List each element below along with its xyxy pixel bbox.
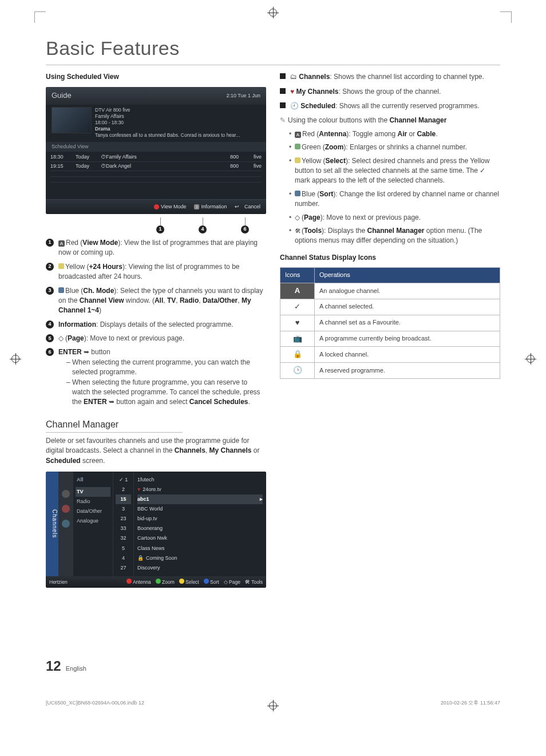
cancel-button: ↩ Cancel	[235, 203, 260, 211]
registration-mark	[269, 9, 277, 17]
num-badge: 4	[46, 320, 54, 328]
yellow-dot-icon	[179, 579, 184, 584]
text: Yellow (	[65, 263, 89, 271]
text: ,	[163, 296, 167, 304]
num: 32	[116, 533, 131, 543]
updown-icon	[58, 334, 65, 342]
text-bold: ENTER	[58, 348, 82, 356]
ch-name: Boonerang	[137, 525, 163, 532]
guide-day: Today	[76, 163, 95, 170]
text: or	[252, 446, 260, 454]
callout-pointers: 1 4 6	[46, 217, 266, 233]
text: window. (	[124, 296, 155, 304]
check-icon: ✓	[480, 167, 485, 175]
section-heading: Using Scheduled View	[46, 72, 266, 82]
op-cell: An analogue channel.	[315, 283, 500, 299]
text: mark appears to the left of the selected…	[295, 176, 445, 184]
text: ): Displays the	[322, 227, 367, 235]
num: 1	[125, 477, 128, 482]
clock-icon: 🕘	[290, 102, 300, 110]
guide-time: 19:15	[50, 163, 70, 170]
list-item: 6 ENTER ➥ button – When selecting the cu…	[46, 347, 266, 407]
num-badge: 5	[46, 334, 54, 342]
bar-label: Information	[201, 203, 227, 211]
guide-row-empty	[50, 182, 262, 188]
ch-name: Discovery	[137, 564, 160, 572]
text: )	[99, 306, 101, 314]
guide-meta-desc: Tanya confesses all to a stunned Babs. C…	[95, 132, 240, 138]
th-icons: Icons	[280, 268, 315, 283]
text-bold: ENTER	[84, 398, 107, 406]
guide-row-empty	[50, 171, 262, 176]
tools-icon	[295, 227, 302, 235]
num-badge: 1	[46, 239, 54, 247]
guide-meta-line: Drama	[95, 126, 240, 132]
text-bold: Scheduled	[300, 102, 335, 110]
heart-icon	[62, 505, 70, 513]
status-heading: Channel Status Display Icons	[280, 253, 500, 263]
foot-label: Hertzien	[49, 579, 68, 585]
antenna-icon	[62, 490, 70, 498]
foot-item: Select	[185, 579, 199, 585]
text-bold: Page	[68, 334, 84, 342]
text: ,	[199, 296, 203, 304]
list-item: (Tools): Displays the Channel Manager op…	[289, 226, 500, 246]
text: ,	[238, 296, 242, 304]
folder-icon: 🗂	[290, 73, 299, 81]
text-bold: Channel Manager	[389, 116, 446, 124]
text-bold: Radio	[180, 296, 199, 304]
ch-name: Coming Soon	[146, 555, 177, 562]
list-item: Yellow (Select): Select desired channels…	[289, 156, 500, 186]
text-bold: +24 Hours	[89, 263, 122, 271]
bullet-item: ♥ My Channels: Shows the group of the ch…	[280, 87, 500, 97]
guide-thumbnail	[52, 107, 92, 133]
cat-item: TV	[76, 487, 110, 497]
bullet-item: 🕘 Scheduled: Shows all the currently res…	[280, 101, 500, 111]
foot-item: Antenna	[133, 579, 151, 585]
callout-num: 4	[199, 225, 207, 233]
text: ): Enlarges or shrinks a channel number.	[343, 143, 466, 151]
text-bold: Data/Other	[203, 296, 238, 304]
blue-dot-icon	[204, 579, 209, 584]
text: Green (	[302, 143, 325, 151]
status-table: IconsOperations AAn analogue channel. ✓A…	[280, 267, 500, 379]
text-bold: Channels	[175, 446, 205, 454]
guide-title: Guide	[52, 90, 72, 101]
text-bold: Tools	[304, 227, 322, 235]
guide-row: 18:30 Today ⏱Family Affairs 800 five	[50, 153, 262, 161]
text: .	[248, 398, 250, 406]
crop-mark	[34, 11, 46, 23]
channel-manager-screenshot: Channels All TV Radio Data/Other Analogu…	[46, 472, 266, 588]
exit-icon: ↩	[235, 203, 239, 211]
c-key-icon	[58, 263, 64, 269]
list-item: 2 Yellow (+24 Hours): Viewing the list o…	[46, 262, 266, 282]
list-item: 4 Information: Displays details of the s…	[46, 320, 266, 330]
text: Blue (	[302, 190, 319, 198]
guide-meta-line: Family Affairs	[95, 113, 240, 120]
text: ,	[205, 446, 209, 454]
list-item: Green (Zoom): Enlarges or shrinks a chan…	[289, 143, 500, 152]
text-bold: Antenna	[319, 130, 346, 138]
op-cell: A programme currently being broadcast.	[315, 331, 500, 347]
information-button: iInformation	[194, 203, 227, 211]
title-rule	[46, 65, 500, 65]
footer-time: 2010-02-26 오후 11:56:47	[441, 699, 500, 707]
ch-name: Class News	[137, 545, 165, 552]
crop-mark	[500, 11, 512, 23]
cat-item: Data/Other	[76, 506, 110, 516]
guide-meta: DTV Air 800 five Family Affairs 18:00 - …	[95, 107, 240, 138]
text-bold: Ch. Mode	[83, 287, 114, 295]
num: 27	[116, 563, 131, 573]
clock-icon: ⏱	[101, 163, 106, 169]
d-key-icon	[295, 191, 300, 196]
ch-name: 24ore.tv	[143, 486, 161, 493]
num: 4	[116, 553, 131, 563]
text: Red (	[302, 130, 319, 138]
red-dot-icon	[154, 204, 159, 209]
updown-icon	[295, 213, 302, 221]
green-dot-icon	[156, 579, 161, 584]
num: 3	[116, 504, 131, 514]
text: .	[436, 130, 437, 138]
list-item: ARed (Antenna): Toggle among Air or Cabl…	[289, 129, 500, 139]
sub-item: – When selecting the future programme, y…	[66, 378, 266, 407]
